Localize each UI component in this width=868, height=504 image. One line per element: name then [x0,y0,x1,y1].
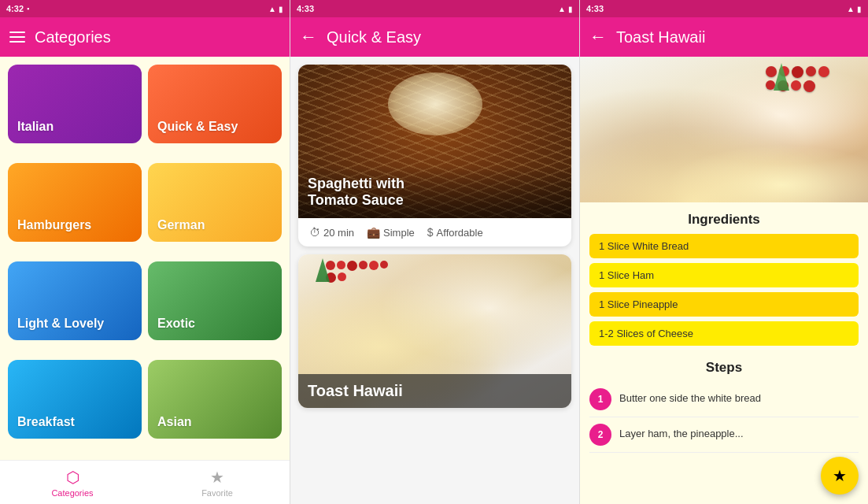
favorite-fab[interactable]: ★ [821,457,859,495]
detail-title: Toast Hawaii [616,28,859,46]
wifi-icon-2: ▲ [558,5,566,13]
categories-title: Categories [35,28,280,46]
ingredients-section-title: Ingredients [589,202,859,234]
app-bar-categories: Categories [0,17,290,57]
categories-grid: Italian Quick & Easy Hamburgers German L… [0,57,290,460]
time-3: 4:33 [586,4,604,13]
clock-icon: ⏱ [309,226,320,239]
category-exotic[interactable]: Exotic [148,261,282,340]
step-number-1: 1 [589,388,611,410]
quick-easy-title: Quick & Easy [327,28,570,46]
battery-icon: ▮ [279,5,283,13]
category-asian[interactable]: Asian [148,360,282,439]
ingredient-2: 1 Slice Ham [589,263,859,287]
panel-quick-easy: 4:33 ▲ ▮ ← Quick & Easy Spaghetti with T… [290,0,579,504]
ingredient-3: 1 Slice Pineapple [589,292,859,317]
battery-icon-2: ▮ [568,5,573,13]
spaghetti-time: ⏱ 20 min [309,226,354,239]
step-text-1: Butter one side the white bread [619,388,761,406]
category-quick[interactable]: Quick & Easy [148,65,282,143]
status-bar-3: 4:33 ▲ ▮ [580,0,868,17]
briefcase-icon: 💼 [367,226,380,239]
time-1: 4:32 [6,4,24,13]
recipe-card-toast[interactable]: Toast Hawaii [298,254,571,408]
spaghetti-difficulty: 💼 Simple [367,226,415,239]
spaghetti-cost: $ Affordable [427,226,483,239]
nav-categories[interactable]: ⬡ Categories [0,461,145,504]
recipe-list: Spaghetti with Tomato Sauce ⏱ 20 min 💼 S… [290,57,579,504]
category-italian[interactable]: Italian [8,65,142,143]
back-button-quick[interactable]: ← [300,27,317,47]
category-hamburgers[interactable]: Hamburgers [8,163,142,242]
category-light[interactable]: Light & Lovely [8,261,142,340]
step-text-2: Layer ham, the pineapple... [619,424,744,441]
spaghetti-title: Spaghetti with Tomato Sauce [308,176,562,209]
toast-title: Toast Hawaii [308,382,562,400]
back-button-detail[interactable]: ← [589,27,607,47]
steps-section-title: Steps [589,350,859,382]
status-bar-1: 4:32 ▪ ▲ ▮ [0,0,290,17]
recipe-detail-body: Ingredients 1 Slice White Bread 1 Slice … [580,202,868,504]
app-bar-detail: ← Toast Hawaii [580,17,868,57]
panel-recipe-detail: 4:33 ▲ ▮ ← Toast Hawaii In [579,0,868,504]
favorites-nav-icon: ★ [210,468,224,487]
bottom-nav: ⬡ Categories ★ Favorite [0,460,290,504]
ingredient-4: 1-2 Slices of Cheese [589,321,859,346]
step-2: 2 Layer ham, the pineapple... [589,417,859,453]
app-bar-quick: ← Quick & Easy [290,17,579,57]
time-2: 4:33 [297,4,314,13]
nav-favorites[interactable]: ★ Favorite [145,461,290,504]
sim-icon: ▪ [27,5,29,13]
star-fab-icon: ★ [833,466,847,485]
panel-categories: 4:32 ▪ ▲ ▮ Categories Italian Quick & Ea… [0,0,290,504]
recipe-hero-image [580,57,868,202]
category-german[interactable]: German [148,163,282,242]
menu-icon[interactable] [9,32,25,43]
wifi-icon: ▲ [268,5,276,13]
category-breakfast[interactable]: Breakfast [8,360,142,439]
battery-icon-3: ▮ [857,5,862,13]
categories-nav-icon: ⬡ [66,468,79,487]
step-1: 1 Butter one side the white bread [589,382,859,417]
spaghetti-meta: ⏱ 20 min 💼 Simple $ Affordable [298,218,571,246]
wifi-icon-3: ▲ [847,5,855,13]
dollar-icon: $ [427,226,434,239]
ingredient-1: 1 Slice White Bread [589,234,859,258]
step-number-2: 2 [589,424,611,446]
recipe-card-spaghetti[interactable]: Spaghetti with Tomato Sauce ⏱ 20 min 💼 S… [298,65,571,246]
status-bar-2: 4:33 ▲ ▮ [290,0,579,17]
